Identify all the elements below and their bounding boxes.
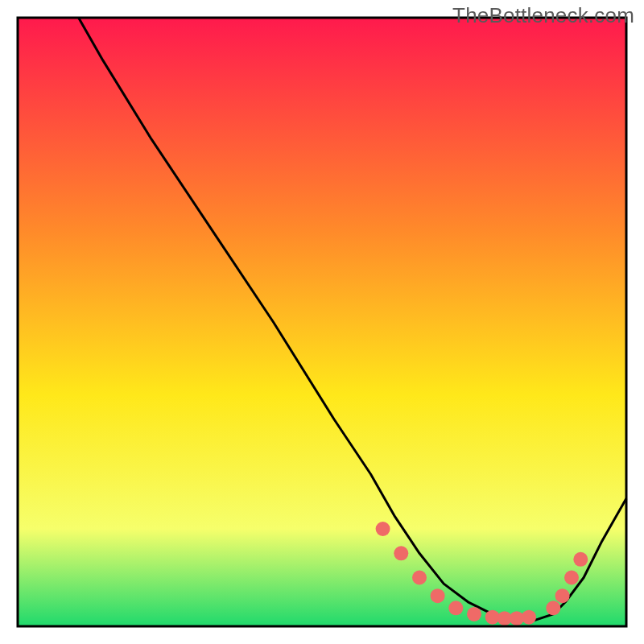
data-dot <box>431 588 445 603</box>
data-dot <box>546 601 560 615</box>
data-dot <box>564 571 579 585</box>
data-dot <box>573 552 588 567</box>
plot-background <box>18 18 626 626</box>
bottleneck-chart <box>0 0 644 644</box>
data-dot <box>376 522 390 536</box>
data-dot <box>467 607 481 621</box>
chart-frame: { "watermark": "TheBottleneck.com", "col… <box>0 0 644 644</box>
data-dot <box>394 546 408 560</box>
data-dot <box>555 588 570 603</box>
data-dot <box>412 571 427 585</box>
watermark-label: TheBottleneck.com <box>452 3 634 28</box>
data-dot <box>448 601 463 615</box>
data-dot <box>522 610 536 625</box>
